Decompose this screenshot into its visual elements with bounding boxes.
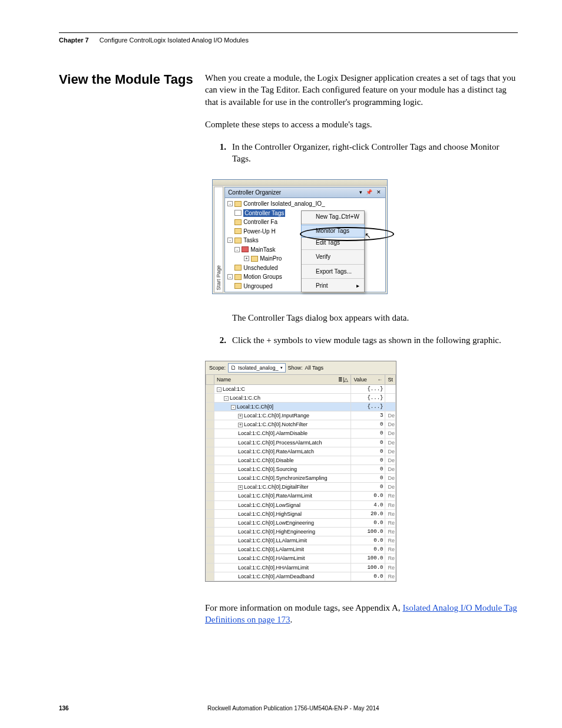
expand-icon[interactable]: + <box>244 256 249 261</box>
folder-icon <box>234 283 242 289</box>
tree-ungrouped[interactable]: Ungrouped <box>243 282 272 291</box>
expand-icon[interactable]: - <box>227 238 233 243</box>
tree-maintask[interactable]: MainTask <box>250 246 275 254</box>
scope-label: Scope: <box>209 364 226 371</box>
tree-motion-groups[interactable]: Motion Groups <box>243 273 282 281</box>
table-row[interactable]: Local:1:C.Ch[0].AlarmDeadband0.0Re <box>206 572 396 581</box>
tree-mainpro[interactable]: MainPro <box>260 255 282 263</box>
table-row[interactable]: Local:1:C.Ch[0].AlarmDisable0De <box>206 429 396 438</box>
expand-icon[interactable]: - <box>227 201 233 206</box>
step-1: 1. In the Controller Organizer, right-cl… <box>212 141 518 165</box>
expand-icon[interactable]: - <box>234 247 240 252</box>
scope-combo[interactable]: 🗋Isolated_analog_▾ <box>228 363 286 373</box>
step-2: 2. Click the + symbols to view module ta… <box>212 334 518 346</box>
expand-icon[interactable]: - <box>227 274 233 279</box>
program-icon <box>251 256 258 262</box>
folder-icon <box>234 219 242 225</box>
tags-icon <box>234 210 242 216</box>
step-num: 2. <box>212 334 226 346</box>
table-row[interactable]: Local:1:C.Ch[0].LLAlarmLimit0.0Re <box>206 536 396 545</box>
table-row[interactable]: -Local:1:C{...} <box>206 384 396 393</box>
table-row[interactable]: Local:1:C.Ch[0].LAlarmLimit0.0Re <box>206 545 396 554</box>
chapter-title: Configure ControlLogix Isolated Analog I… <box>100 37 249 44</box>
tree-unscheduled[interactable]: Unscheduled <box>243 264 277 272</box>
table-row[interactable]: +Local:1:C.Ch[0].DigitalFilter0De <box>206 483 396 492</box>
col-st[interactable]: St <box>385 374 396 384</box>
table-row[interactable]: +Local:1:C.Ch[0].InputRange3De <box>206 411 396 420</box>
table-row[interactable]: Local:1:C.Ch[0].HAlarmLimit100.0Re <box>206 554 396 563</box>
publication-info: Rockwell Automation Publication 1756-UM5… <box>69 705 518 711</box>
tree-controller-tags[interactable]: Controller Tags <box>243 209 285 218</box>
tags-table[interactable]: Name≣|△ Value← St -Local:1:C{...}-Local:… <box>206 374 396 581</box>
table-row[interactable]: Local:1:C.Ch[0].RateAlarmLimit0.0Re <box>206 492 396 500</box>
table-row[interactable]: Local:1:C.Ch[0].Sourcing0De <box>206 465 396 474</box>
tree-tasks[interactable]: Tasks <box>243 236 259 245</box>
menu-verify[interactable]: Verify <box>302 251 364 263</box>
pre-steps-paragraph: Complete these steps to access a module'… <box>205 118 518 130</box>
col-name[interactable]: Name≣|△ <box>214 374 351 384</box>
closing-post: . <box>290 615 293 624</box>
folder-icon <box>234 274 242 280</box>
step-num: 1. <box>212 141 226 165</box>
context-menu: New Tag...Ctrl+W Monitor Tags Edit Tags … <box>301 210 365 292</box>
step-list: 1. In the Controller Organizer, right-cl… <box>212 141 518 165</box>
table-row[interactable]: Local:1:C.Ch[0].Disable0De <box>206 456 396 465</box>
pin-close-icons[interactable]: ▾ 📌 ✕ <box>359 189 382 197</box>
section-heading: View the Module Tags <box>59 72 193 87</box>
table-row[interactable]: -Local:1:C.Ch[0]{...} <box>206 403 396 411</box>
tree-power-up[interactable]: Power-Up H <box>243 228 275 236</box>
main-content: When you create a module, the Logix Desi… <box>205 72 518 625</box>
task-icon <box>242 246 249 252</box>
step-body: Click the + symbols to view module tags … <box>232 334 518 346</box>
menu-export-tags[interactable]: Export Tags... <box>302 266 364 278</box>
show-label: Show: <box>288 364 303 371</box>
page-header: Chapter 7 Configure ControlLogix Isolate… <box>59 32 518 44</box>
after-shot1-paragraph: The Controller Tags dialog box appears w… <box>232 312 518 324</box>
table-row[interactable]: Local:1:C.Ch[0].RateAlarmLatch0De <box>206 447 396 456</box>
tree-controller-fa[interactable]: Controller Fa <box>243 218 277 226</box>
cursor-icon: ↖ <box>365 230 371 241</box>
table-row[interactable]: Local:1:C.Ch[0].ProcessAlarmLatch0De <box>206 438 396 447</box>
intro-paragraph: When you create a module, the Logix Desi… <box>205 72 518 108</box>
callout-oval <box>300 227 394 241</box>
start-page-tab[interactable]: Start Page <box>214 187 223 293</box>
folder-icon <box>234 201 242 207</box>
page-footer: 136 Rockwell Automation Publication 1756… <box>59 705 518 711</box>
table-row[interactable]: Local:1:C.Ch[0].SynchronizeSampling0De <box>206 474 396 483</box>
menu-new-tag[interactable]: New Tag...Ctrl+W <box>302 211 364 223</box>
closing-paragraph: For more information on module tags, see… <box>205 602 518 626</box>
window-titlebar <box>213 180 387 186</box>
show-value: All Tags <box>305 364 323 371</box>
chapter-label: Chapter 7 <box>59 37 89 44</box>
folder-icon <box>234 228 242 234</box>
tree-controller[interactable]: Controller Isolated_analog_IO_ <box>243 200 325 208</box>
screenshot-controller-organizer: Start Page Controller Organizer ▾ 📌 ✕ -C… <box>212 179 388 295</box>
menu-print[interactable]: Print▸ <box>302 280 364 292</box>
organizer-title: Controller Organizer <box>228 189 281 197</box>
table-row[interactable]: Local:1:C.Ch[0].HighEngineering100.0Re <box>206 528 396 536</box>
step-body: In the Controller Organizer, right-click… <box>232 141 518 165</box>
folder-icon <box>234 238 242 243</box>
screenshot-tags-grid: Scope: 🗋Isolated_analog_▾ Show: All Tags… <box>205 361 396 582</box>
table-row[interactable]: -Local:1:C.Ch{...} <box>206 393 396 402</box>
table-row[interactable]: Local:1:C.Ch[0].LowSignal4.0Re <box>206 500 396 509</box>
table-row[interactable]: Local:1:C.Ch[0].HighSignal20.0Re <box>206 509 396 518</box>
step-list-2: 2. Click the + symbols to view module ta… <box>212 334 518 346</box>
table-row[interactable]: Local:1:C.Ch[0].LowEngineering0.0Re <box>206 518 396 527</box>
closing-pre: For more information on module tags, see… <box>205 603 402 612</box>
page-number: 136 <box>59 705 69 711</box>
table-row[interactable]: +Local:1:C.Ch[0].NotchFilter0De <box>206 420 396 429</box>
col-value[interactable]: Value← <box>351 374 385 384</box>
folder-icon <box>234 265 242 271</box>
table-row[interactable]: Local:1:C.Ch[0].HHAlarmLimit100.0Re <box>206 563 396 572</box>
